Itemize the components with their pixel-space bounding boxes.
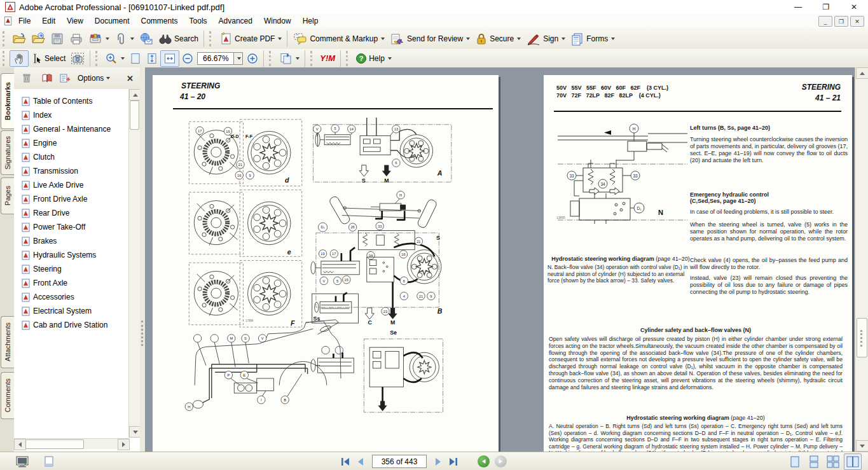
page-display-button[interactable]: [276, 51, 302, 66]
mdi-restore-button[interactable]: ❐: [834, 16, 848, 27]
previous-page-button[interactable]: [353, 455, 368, 469]
menu-view[interactable]: View: [61, 15, 89, 27]
close-button[interactable]: ✕: [840, 0, 868, 14]
fit-width-button[interactable]: [160, 50, 179, 67]
forms-button[interactable]: Forms: [568, 31, 617, 47]
secure-button[interactable]: Secure: [472, 31, 523, 47]
bookmark-item[interactable]: Steering: [14, 262, 128, 276]
yahoo-search-button[interactable]: Y!M: [317, 52, 338, 64]
scroll-up-button[interactable]: [856, 67, 868, 79]
zoom-in-tool-button[interactable]: [102, 51, 127, 66]
restore-button[interactable]: ❐: [812, 0, 840, 14]
toolbar-grip[interactable]: [346, 51, 350, 66]
tab-bookmarks[interactable]: Bookmarks: [1, 73, 14, 129]
select-tool-button[interactable]: Select: [29, 52, 68, 66]
bookmark-item[interactable]: Hydraulic Systems: [14, 248, 128, 262]
bookmark-item[interactable]: Live Axle Drive: [14, 178, 128, 192]
attach-button[interactable]: [112, 31, 137, 47]
new-bookmark-icon[interactable]: [59, 72, 71, 85]
toolbar-grip[interactable]: [310, 51, 314, 66]
toolbar-grip[interactable]: [3, 31, 6, 46]
menu-document[interactable]: Document: [89, 15, 135, 27]
scrollbar-thumb[interactable]: [857, 318, 867, 357]
help-button[interactable]: ?Help: [353, 52, 394, 66]
menu-advanced[interactable]: Advanced: [213, 15, 258, 27]
sign-button[interactable]: Sign: [523, 31, 568, 47]
open-button[interactable]: [10, 31, 29, 47]
zoom-level-dropdown[interactable]: [234, 52, 243, 65]
page-size-icon[interactable]: [43, 455, 55, 468]
continuous-layout-button[interactable]: [806, 454, 822, 469]
fit-page-button[interactable]: [144, 51, 160, 66]
bookmark-item[interactable]: Brakes: [14, 234, 128, 248]
previous-view-button[interactable]: [478, 455, 490, 467]
page-number-field[interactable]: 356 of 443: [372, 455, 427, 468]
continuous-facing-layout-button[interactable]: [825, 454, 841, 469]
toolbar-grip[interactable]: [3, 51, 6, 66]
bookmark-item[interactable]: Front Drive Axle: [14, 192, 128, 206]
mdi-close-button[interactable]: ✕: [850, 16, 864, 27]
search-button[interactable]: Search: [156, 31, 201, 47]
bookmark-item[interactable]: Clutch: [14, 150, 128, 164]
tab-attachments[interactable]: Attachments: [1, 316, 14, 368]
bookmark-item[interactable]: Engine: [14, 136, 128, 150]
toolbar-grip[interactable]: [95, 51, 99, 66]
toolbar-grip[interactable]: [269, 51, 273, 66]
bookmark-item[interactable]: Front Axle: [14, 276, 128, 290]
organizer-button[interactable]: [86, 31, 112, 47]
options-menu-button[interactable]: Options: [78, 74, 110, 83]
hand-tool-button[interactable]: [10, 50, 29, 67]
scroll-left-button[interactable]: [14, 439, 26, 450]
document-scrollbar[interactable]: [855, 67, 868, 452]
email-button[interactable]: [137, 31, 156, 47]
snapshot-button[interactable]: [68, 51, 87, 66]
facing-layout-button[interactable]: [844, 453, 862, 470]
tab-signatures[interactable]: Signatures: [1, 130, 14, 175]
mdi-minimize-button[interactable]: _: [818, 16, 832, 27]
single-page-layout-button[interactable]: [787, 454, 803, 469]
menu-help[interactable]: Help: [297, 15, 324, 27]
send-for-review-button[interactable]: Send for Review: [387, 31, 472, 47]
zoom-out-button[interactable]: [179, 52, 196, 66]
menu-edit[interactable]: Edit: [36, 15, 61, 27]
bookmark-item[interactable]: Cab and Drive Station: [14, 318, 128, 332]
comment-markup-button[interactable]: Comment & Markup: [290, 31, 387, 47]
bookmarks-vertical-scrollbar[interactable]: [128, 89, 140, 438]
minimize-button[interactable]: —: [784, 0, 812, 14]
scroll-down-button[interactable]: [856, 440, 868, 452]
scrollbar-thumb[interactable]: [25, 439, 84, 449]
open-organizer-button[interactable]: [29, 31, 48, 47]
screen-mode-icon[interactable]: [15, 455, 29, 468]
delete-bookmark-icon[interactable]: [20, 72, 33, 85]
bookmark-item[interactable]: Transmission: [14, 164, 128, 178]
print-button[interactable]: [67, 31, 86, 47]
zoom-level-field[interactable]: 66.67%: [197, 52, 234, 65]
next-page-button[interactable]: [431, 455, 446, 469]
scrollbar-thumb[interactable]: [130, 100, 139, 130]
create-pdf-button[interactable]: Create PDF: [216, 31, 284, 47]
scroll-right-button[interactable]: [118, 439, 130, 450]
bookmark-item[interactable]: Power Take-Off: [14, 220, 128, 234]
actual-size-button[interactable]: [127, 51, 144, 66]
last-page-button[interactable]: [446, 455, 461, 469]
next-view-button[interactable]: [495, 455, 507, 467]
menu-comments[interactable]: Comments: [135, 15, 184, 27]
save-button[interactable]: [48, 31, 67, 47]
bookmark-item[interactable]: Accessories: [14, 290, 128, 304]
menu-window[interactable]: Window: [258, 15, 297, 27]
tab-comments[interactable]: Comments: [1, 372, 14, 419]
first-page-button[interactable]: [338, 455, 353, 469]
bookmark-item[interactable]: Table of Contents: [14, 94, 128, 108]
bookmark-item[interactable]: Electrical System: [14, 304, 128, 318]
bookmark-item[interactable]: Rear Drive: [14, 206, 128, 220]
menu-file[interactable]: File: [13, 15, 36, 27]
bookmarks-horizontal-scrollbar[interactable]: [14, 438, 129, 449]
menu-tools[interactable]: Tools: [184, 15, 213, 27]
bookmark-item[interactable]: Index: [14, 108, 128, 122]
tab-pages[interactable]: Pages: [1, 177, 14, 214]
zoom-in-button[interactable]: [244, 52, 261, 66]
bookmark-item[interactable]: General - Maintenance: [14, 122, 128, 136]
expand-bookmark-icon[interactable]: [41, 72, 53, 85]
panel-close-button[interactable]: ✕: [127, 74, 134, 83]
toolbar-grip[interactable]: [209, 31, 213, 46]
